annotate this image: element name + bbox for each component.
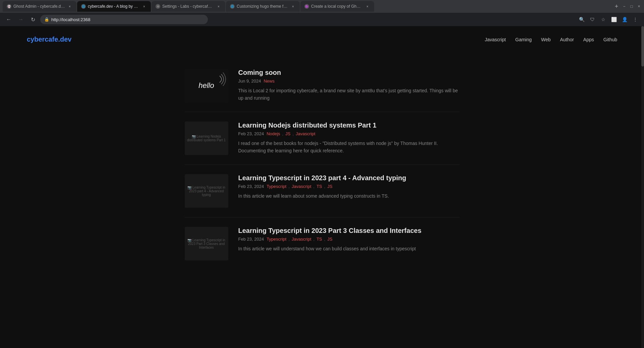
- extensions-icon[interactable]: ⬜: [609, 15, 619, 24]
- article-tag[interactable]: Javascript: [292, 237, 311, 242]
- article-title[interactable]: Learning Typescript in 2023 part 4 - Adv…: [238, 174, 460, 182]
- article-title[interactable]: Coming soon: [238, 69, 460, 77]
- minimize-button[interactable]: −: [622, 4, 627, 9]
- article-tag[interactable]: Typescript: [267, 184, 286, 189]
- site-header: cybercafe.dev JavascriptGamingWebAuthorA…: [0, 26, 644, 53]
- article-date: Feb 23, 2024: [238, 184, 264, 189]
- forward-button[interactable]: →: [16, 15, 25, 24]
- article-title[interactable]: Learning Nodejs distributed systems Part…: [238, 121, 460, 129]
- nav-link-web[interactable]: Web: [541, 37, 551, 42]
- tag-separator: ,: [313, 237, 315, 242]
- article-title[interactable]: Learning Typescript in 2023 Part 3 Class…: [238, 227, 460, 235]
- article-thumbnail: 📷 Learning Typescript in 2023 Part 3 Cla…: [185, 227, 228, 260]
- article-info: Learning Typescript in 2023 Part 3 Class…: [238, 227, 460, 252]
- article-meta: Feb 23, 2024 Typescript , Javascript , T…: [238, 237, 460, 242]
- article-tag[interactable]: News: [264, 79, 275, 84]
- url-text: http://localhost:2368: [51, 17, 90, 22]
- url-bar[interactable]: 🔒 http://localhost:2368: [40, 15, 208, 24]
- nav-link-gaming[interactable]: Gaming: [515, 37, 532, 42]
- article-tags: Typescript , Javascript , TS , JS: [267, 184, 332, 189]
- article-meta: Jun 9, 2024 News: [238, 79, 460, 84]
- tab-favicon: ⚙: [156, 4, 160, 9]
- nav-link-javascript[interactable]: Javascript: [485, 37, 506, 42]
- address-bar: ← → ↻ 🔒 http://localhost:2368 🔍 🛡 ☆ ⬜ 👤 …: [0, 13, 644, 26]
- article-date: Feb 23, 2024: [238, 131, 264, 136]
- window-controls: − □ ×: [622, 4, 641, 9]
- article-thumbnail: 📷 Learning Nodejs distributed systems Pa…: [185, 121, 228, 155]
- article-info: Coming soon Jun 9, 2024 News This is Loc…: [238, 69, 460, 102]
- browser-tab-tab1[interactable]: 👻 Ghost Admin - cybercafe.dev ×: [3, 1, 76, 12]
- article-date: Jun 9, 2024: [238, 79, 261, 84]
- nav-link-apps[interactable]: Apps: [583, 37, 594, 42]
- tab-title: Ghost Admin - cybercafe.dev: [13, 4, 65, 9]
- article-tags: News: [264, 79, 275, 84]
- tag-separator: ,: [288, 184, 290, 189]
- article-thumbnail: 📷 Learning Typescript in 2023 part 4 - A…: [185, 174, 228, 208]
- tab-favicon: 🌐: [230, 4, 235, 9]
- browser-tab-tab5[interactable]: 🟣 Create a local copy of Ghost JS... ×: [300, 1, 374, 12]
- tab-title: Create a local copy of Ghost JS...: [311, 4, 363, 9]
- scrollbar-thumb[interactable]: [641, 26, 644, 66]
- article-info: Learning Typescript in 2023 part 4 - Adv…: [238, 174, 460, 200]
- article-excerpt: In this article we will learn about some…: [238, 192, 460, 200]
- article-meta: Feb 23, 2024 Typescript , Javascript , T…: [238, 184, 460, 189]
- browser-tab-tab4[interactable]: 🌐 Customizing hugo theme for m... ×: [226, 1, 300, 12]
- article-tag[interactable]: Typescript: [267, 237, 286, 242]
- tab-close-button[interactable]: ×: [216, 4, 221, 9]
- thumbnail-alt-text: 📷 Learning Typescript in 2023 part 4 - A…: [187, 186, 226, 197]
- thumbnail-alt-text: 📷 Learning Nodejs distributed systems Pa…: [187, 135, 226, 142]
- article-tag[interactable]: JS: [327, 184, 332, 189]
- article-tag[interactable]: JS: [327, 237, 332, 242]
- browser-tab-tab2[interactable]: 🌐 cybercafe.dev - A blog by amt... ×: [77, 1, 151, 12]
- shield-icon[interactable]: 🛡: [588, 15, 597, 24]
- tag-separator: ,: [324, 237, 326, 242]
- close-window-button[interactable]: ×: [637, 4, 641, 9]
- article-tag[interactable]: TS: [316, 237, 322, 242]
- reload-button[interactable]: ↻: [28, 15, 38, 24]
- site-logo[interactable]: cybercafe.dev: [27, 36, 71, 43]
- nav-link-github[interactable]: Github: [603, 37, 617, 42]
- menu-icon[interactable]: ⋮: [631, 15, 640, 24]
- tab-title: cybercafe.dev - A blog by amt...: [88, 4, 139, 9]
- profile-icon[interactable]: 👤: [620, 15, 629, 24]
- scrollbar[interactable]: [641, 26, 644, 348]
- article-card-article1: hello Coming soon Jun 9, 2024 News This …: [185, 59, 460, 112]
- article-excerpt: This is Local 2 for importing cybercafe,…: [238, 87, 460, 102]
- tab-close-button[interactable]: ×: [365, 4, 370, 9]
- article-card-article4: 📷 Learning Typescript in 2023 Part 3 Cla…: [185, 217, 460, 270]
- tab-close-button[interactable]: ×: [67, 4, 72, 9]
- main-content: hello Coming soon Jun 9, 2024 News This …: [171, 53, 473, 283]
- maximize-button[interactable]: □: [629, 4, 634, 9]
- tab-close-button[interactable]: ×: [141, 4, 147, 9]
- tab-favicon: 🟣: [304, 4, 309, 9]
- tab-title: Settings - Labs - cybercafe.dev: [162, 4, 214, 9]
- tab-favicon: 👻: [7, 4, 11, 9]
- article-date: Feb 23, 2024: [238, 237, 264, 242]
- article-tag[interactable]: Nodejs: [267, 131, 280, 136]
- site-nav: JavascriptGamingWebAuthorAppsGithub: [485, 37, 617, 42]
- article-tag[interactable]: TS: [316, 184, 322, 189]
- tab-bar: 👻 Ghost Admin - cybercafe.dev × 🌐 cyberc…: [0, 0, 644, 13]
- article-thumbnail: hello: [185, 69, 228, 102]
- tab-close-button[interactable]: ×: [290, 4, 296, 9]
- article-meta: Feb 23, 2024 Nodejs , JS , Javascript: [238, 131, 460, 136]
- nav-link-author[interactable]: Author: [560, 37, 574, 42]
- article-card-article3: 📷 Learning Typescript in 2023 part 4 - A…: [185, 165, 460, 217]
- browser-chrome: 👻 Ghost Admin - cybercafe.dev × 🌐 cyberc…: [0, 0, 644, 26]
- article-excerpt: In this article we will understand how w…: [238, 245, 460, 252]
- article-tags: Typescript , Javascript , TS , JS: [267, 237, 332, 242]
- thumbnail-alt-text: 📷 Learning Typescript in 2023 Part 3 Cla…: [187, 238, 226, 249]
- bookmark-icon[interactable]: ☆: [598, 15, 608, 24]
- back-button[interactable]: ←: [4, 15, 13, 24]
- new-tab-button[interactable]: +: [612, 2, 621, 11]
- article-info: Learning Nodejs distributed systems Part…: [238, 121, 460, 155]
- zoom-icon[interactable]: 🔍: [577, 15, 586, 24]
- tab-favicon: 🌐: [81, 4, 86, 9]
- article-tag[interactable]: Javascript: [292, 184, 311, 189]
- address-actions: 🔍 🛡 ☆ ⬜ 👤 ⋮: [577, 15, 640, 24]
- website-content: cybercafe.dev JavascriptGamingWebAuthorA…: [0, 26, 644, 348]
- article-tag[interactable]: JS: [285, 131, 290, 136]
- article-tag[interactable]: Javascript: [296, 131, 315, 136]
- tag-separator: ,: [313, 184, 315, 189]
- browser-tab-tab3[interactable]: ⚙ Settings - Labs - cybercafe.dev ×: [152, 1, 225, 12]
